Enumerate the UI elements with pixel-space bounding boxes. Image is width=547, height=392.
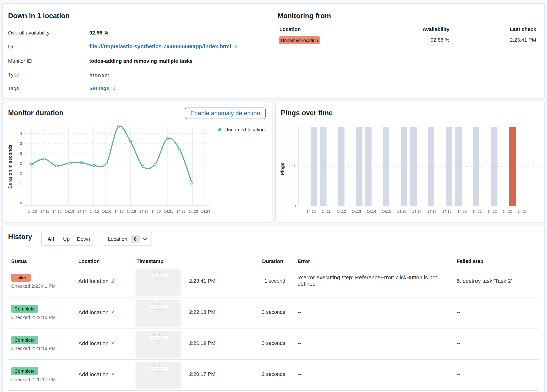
svg-text:4: 4 [20, 131, 22, 136]
svg-text:0: 0 [294, 204, 296, 208]
svg-text:14:12: 14:12 [337, 209, 346, 213]
svg-text:14:14: 14:14 [77, 209, 86, 213]
svg-text:14:16: 14:16 [397, 209, 406, 213]
svg-text:Unnamed-location: Unnamed-location [225, 127, 265, 132]
svg-text:14:15: 14:15 [90, 209, 99, 213]
svg-text:14:17: 14:17 [115, 209, 124, 213]
svg-text:1: 1 [20, 181, 22, 185]
svg-text:14:10: 14:10 [28, 209, 37, 213]
svg-text:14:10: 14:10 [307, 209, 316, 213]
svg-text:14:14: 14:14 [367, 209, 376, 213]
svg-text:14:13: 14:13 [65, 209, 74, 213]
svg-text:14:12: 14:12 [53, 209, 62, 213]
svg-text:14:24: 14:24 [518, 209, 527, 213]
svg-text:14:17: 14:17 [412, 209, 421, 213]
svg-text:14:21: 14:21 [472, 209, 482, 213]
svg-text:14:15: 14:15 [382, 209, 391, 213]
svg-text:14:23: 14:23 [189, 209, 198, 213]
svg-text:14:20: 14:20 [458, 209, 467, 213]
svg-text:14:22: 14:22 [176, 209, 185, 213]
svg-text:14:18: 14:18 [127, 209, 136, 213]
svg-text:2: 2 [20, 161, 22, 165]
svg-text:14:19: 14:19 [442, 209, 451, 213]
svg-text:2: 2 [20, 171, 22, 175]
svg-text:14:11: 14:11 [322, 209, 331, 213]
svg-text:14:19: 14:19 [139, 209, 148, 213]
svg-text:14:21: 14:21 [164, 209, 173, 213]
svg-text:Duration in seconds: Duration in seconds [7, 144, 13, 189]
svg-text:14:13: 14:13 [352, 209, 361, 213]
svg-text:14:16: 14:16 [102, 209, 111, 213]
svg-text:14:11: 14:11 [40, 209, 49, 213]
svg-text:14:24: 14:24 [201, 209, 210, 213]
svg-text:3: 3 [20, 142, 22, 145]
svg-text:0: 0 [20, 201, 22, 205]
svg-text:14:22: 14:22 [488, 209, 497, 213]
svg-text:3: 3 [20, 151, 22, 155]
svg-text:14:18: 14:18 [427, 209, 436, 213]
svg-text:1: 1 [20, 191, 22, 195]
svg-text:14:23: 14:23 [503, 209, 512, 213]
svg-text:Pings: Pings [280, 163, 285, 175]
svg-text:14:20: 14:20 [151, 209, 161, 213]
svg-text:1: 1 [294, 165, 296, 169]
